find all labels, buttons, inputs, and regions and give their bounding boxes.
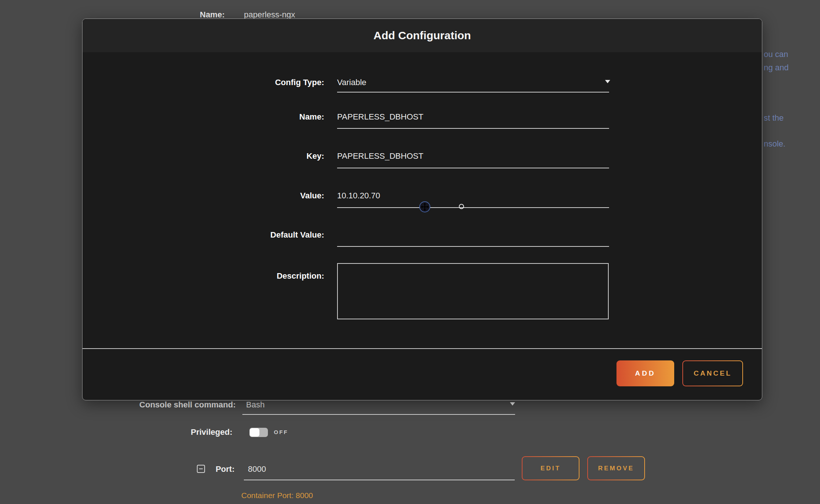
- console-shell-command-value[interactable]: Bash: [246, 400, 265, 410]
- footer-divider: [83, 348, 762, 349]
- bg-clipped-text-line: nsole.: [764, 139, 786, 149]
- add-button[interactable]: ADD: [616, 360, 674, 386]
- port-underline: [244, 480, 515, 480]
- value-input[interactable]: 10.10.20.70: [337, 191, 609, 201]
- dropdown-arrow-icon[interactable]: [510, 402, 515, 406]
- name-label: Name:: [83, 112, 324, 122]
- move-arrows-glyph: [421, 203, 429, 211]
- edit-button-label: EDIT: [522, 457, 579, 480]
- port-label: Port:: [216, 464, 235, 474]
- collapse-icon[interactable]: [197, 465, 205, 473]
- cancel-button-label: CANCEL: [683, 361, 742, 386]
- bg-clipped-text-line: st the: [764, 113, 784, 123]
- config-type-label: Config Type:: [83, 78, 324, 87]
- bg-clipped-text-line: ng and: [764, 63, 789, 73]
- remove-button[interactable]: REMOVE: [587, 456, 645, 480]
- value-underline: [337, 207, 609, 208]
- container-port-note: Container Port: 8000: [241, 491, 313, 500]
- config-type-underline: [337, 92, 609, 93]
- edit-button[interactable]: EDIT: [522, 456, 579, 480]
- description-textarea[interactable]: [337, 263, 609, 319]
- default-value-underline: [337, 246, 609, 247]
- privileged-toggle[interactable]: [249, 428, 268, 437]
- console-shell-command-label: Console shell command:: [140, 400, 236, 410]
- dropdown-arrow-icon[interactable]: [605, 80, 610, 83]
- target-dot-icon: [459, 204, 464, 209]
- dialog-header: Add Configuration: [83, 19, 762, 52]
- key-label: Key:: [83, 151, 324, 161]
- name-input[interactable]: PAPERLESS_DBHOST: [337, 112, 609, 122]
- console-shell-command-underline: [242, 414, 515, 415]
- description-label: Description:: [83, 271, 324, 281]
- key-input[interactable]: PAPERLESS_DBHOST: [337, 151, 609, 161]
- key-underline: [337, 168, 609, 168]
- bg-clipped-text-line: ou can: [764, 50, 788, 59]
- config-type-select[interactable]: Variable: [337, 78, 609, 87]
- cancel-button[interactable]: CANCEL: [682, 360, 743, 386]
- port-value[interactable]: 8000: [248, 464, 266, 474]
- default-value-label: Default Value:: [83, 230, 324, 240]
- dialog-title: Add Configuration: [373, 29, 471, 42]
- value-label: Value:: [83, 191, 324, 201]
- move-cursor-icon: [419, 201, 430, 212]
- name-underline: [337, 128, 609, 129]
- toggle-knob[interactable]: [250, 428, 259, 437]
- privileged-label: Privileged:: [191, 427, 232, 437]
- remove-button-label: REMOVE: [588, 457, 644, 480]
- privileged-state: OFF: [274, 429, 288, 435]
